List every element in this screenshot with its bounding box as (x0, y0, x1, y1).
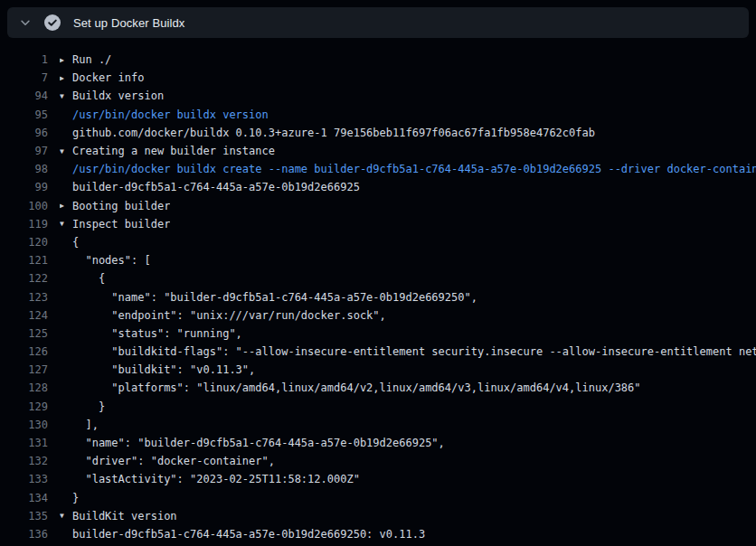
line-number: 134 (0, 492, 48, 504)
step-title: Set up Docker Buildx (73, 16, 184, 30)
line-number: 131 (0, 437, 48, 449)
line-number: 96 (0, 127, 48, 139)
log-line[interactable]: 7 ▶ Docker info (0, 69, 756, 87)
log-line: 129 } (0, 398, 756, 416)
log-line: 125 "status": "running", (0, 325, 756, 343)
log-line: 124 "endpoint": "unix:///var/run/docker.… (0, 306, 756, 325)
log-text: { (72, 272, 105, 285)
log-text: "platforms": "linux/amd64,linux/amd64/v2… (72, 381, 641, 394)
log-line: 120 { (0, 233, 756, 251)
log-text: "status": "running", (72, 327, 242, 340)
log-line[interactable]: 135 ▼ BuildKit version (0, 507, 756, 525)
line-number: 136 (0, 528, 48, 541)
log-text: Inspect builder (72, 218, 170, 231)
log-line[interactable]: 1 ▶ Run ./ (0, 51, 756, 69)
step-header[interactable]: Set up Docker Buildx (7, 7, 749, 38)
log-text: Booting builder (72, 200, 170, 212)
log-line: 123 "name": "builder-d9cfb5a1-c764-445a-… (0, 287, 756, 306)
log-line: 98 /usr/bin/docker buildx create --name … (0, 160, 756, 178)
log-line: 95 /usr/bin/docker buildx version (0, 106, 756, 124)
log-text: "endpoint": "unix:///var/run/docker.sock… (72, 309, 386, 322)
triangle-down-icon[interactable]: ▼ (60, 220, 72, 228)
log-line[interactable]: 97 ▼ Creating a new builder instance (0, 142, 756, 160)
log-line: 126 "buildkitd-flags": "--allow-insecure… (0, 343, 756, 361)
log-text: builder-d9cfb5a1-c764-445a-a57e-0b19d2e6… (72, 528, 425, 541)
log-line: 121 "nodes": [ (0, 251, 756, 269)
log-text: "buildkitd-flags": "--allow-insecure-ent… (72, 345, 756, 358)
log-text: } (72, 400, 105, 413)
log-text: Buildx version (72, 89, 164, 102)
line-number: 100 (0, 200, 48, 212)
log-text: "nodes": [ (72, 254, 151, 267)
line-number: 126 (0, 345, 48, 358)
log-line: 133 "lastActivity": "2023-02-25T11:58:12… (0, 470, 756, 488)
line-number: 120 (0, 236, 48, 249)
log-line: 131 "name": "builder-d9cfb5a1-c764-445a-… (0, 434, 756, 452)
triangle-down-icon[interactable]: ▼ (60, 147, 72, 155)
triangle-down-icon[interactable]: ▼ (60, 512, 72, 520)
line-number: 135 (0, 510, 48, 522)
triangle-down-icon[interactable]: ▼ (60, 92, 72, 100)
line-number: 1 (0, 53, 48, 66)
check-circle-icon (44, 14, 61, 31)
log-line[interactable]: 94 ▼ Buildx version (0, 87, 756, 105)
log-text: github.com/docker/buildx 0.10.3+azure-1 … (72, 127, 595, 139)
triangle-right-icon[interactable]: ▶ (60, 202, 72, 210)
line-number: 121 (0, 254, 48, 267)
log-text: "lastActivity": "2023-02-25T11:58:12.000… (72, 473, 360, 485)
triangle-right-icon[interactable]: ▶ (60, 74, 72, 82)
line-number: 122 (0, 272, 48, 285)
log-text: } (72, 492, 79, 504)
line-number: 124 (0, 309, 48, 322)
log-line[interactable]: 119 ▼ Inspect builder (0, 215, 756, 233)
log-line: 128 "platforms": "linux/amd64,linux/amd6… (0, 379, 756, 397)
log-text: { (72, 236, 79, 249)
line-number: 95 (0, 108, 48, 121)
line-number: 98 (0, 163, 48, 175)
log-line: 134 } (0, 489, 756, 507)
line-number: 133 (0, 473, 48, 485)
line-number: 7 (0, 71, 48, 84)
log-text: Run ./ (72, 53, 111, 66)
log-text: /usr/bin/docker buildx create --name bui… (72, 163, 756, 175)
line-number: 97 (0, 145, 48, 157)
line-number: 128 (0, 381, 48, 394)
log-text: BuildKit version (72, 510, 177, 522)
triangle-right-icon[interactable]: ▶ (60, 56, 72, 64)
log-text: /usr/bin/docker buildx version (72, 108, 269, 121)
log-line: 127 "buildkit": "v0.11.3", (0, 361, 756, 379)
log-line: 96 github.com/docker/buildx 0.10.3+azure… (0, 124, 756, 142)
log-lines: 1 ▶ Run ./ 7 ▶ Docker info 94 ▼ Buildx v… (0, 38, 756, 546)
line-number: 99 (0, 181, 48, 193)
log-line[interactable]: 100 ▶ Booting builder (0, 197, 756, 215)
log-text: "name": "builder-d9cfb5a1-c764-445a-a57e… (72, 291, 477, 304)
line-number: 94 (0, 89, 48, 102)
line-number: 125 (0, 327, 48, 340)
log-text: ], (72, 419, 99, 431)
log-text: Docker info (72, 71, 144, 84)
log-line: 136 builder-d9cfb5a1-c764-445a-a57e-0b19… (0, 525, 756, 543)
log-line: 122 { (0, 269, 756, 287)
line-number: 127 (0, 363, 48, 376)
log-text: "driver": "docker-container", (72, 455, 275, 467)
log-text: Creating a new builder instance (72, 145, 275, 157)
log-line: 130 ], (0, 416, 756, 434)
line-number: 132 (0, 455, 48, 467)
log-line: 99 builder-d9cfb5a1-c764-445a-a57e-0b19d… (0, 178, 756, 196)
line-number: 119 (0, 218, 48, 231)
log-text: "buildkit": "v0.11.3", (72, 363, 255, 376)
line-number: 130 (0, 419, 48, 431)
chevron-down-icon[interactable] (18, 15, 33, 30)
log-text: builder-d9cfb5a1-c764-445a-a57e-0b19d2e6… (72, 181, 360, 193)
line-number: 123 (0, 291, 48, 304)
log-text: "name": "builder-d9cfb5a1-c764-445a-a57e… (72, 437, 445, 449)
log-line: 132 "driver": "docker-container", (0, 452, 756, 470)
line-number: 129 (0, 400, 48, 413)
